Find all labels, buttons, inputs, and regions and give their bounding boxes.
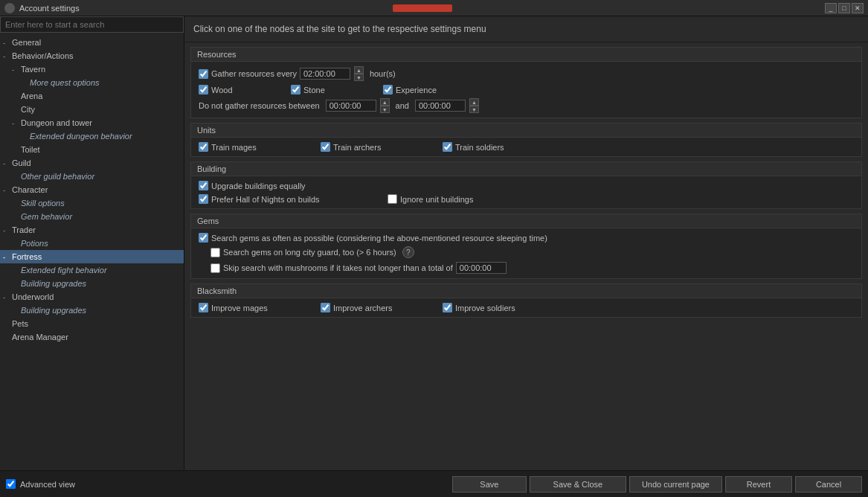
blacksmith-section: Blacksmith Improve mages Improve archers… [190,283,862,318]
spin-up-to[interactable]: ▲ [469,98,479,106]
train-mages-label: Train mages [211,143,257,152]
long-guard-checkbox[interactable] [210,248,220,257]
sidebar-item-building-upgrades2[interactable]: Building upgrades [0,304,184,317]
sidebar-item-fortress[interactable]: -Fortress [0,250,184,263]
stone-checkbox[interactable] [291,85,300,94]
search-often-checkbox[interactable] [199,233,208,243]
gather-checkbox-wrap: Gather resources every [199,69,297,79]
sidebar-item-gem-behavior[interactable]: Gem behavior [0,210,184,223]
gather-time-input[interactable] [300,68,350,80]
prefer-hall-checkbox[interactable] [199,194,208,204]
prefer-hall-label: Prefer Hall of Nights on builds [211,195,320,204]
sidebar-label-skill-options: Skill options [21,199,65,208]
app-icon [4,3,15,13]
sidebar-item-city[interactable]: City [0,103,184,116]
advanced-view-checkbox[interactable] [6,479,16,489]
sidebar-item-arena[interactable]: Arena [0,89,184,103]
train-archers-wrap: Train archers [321,142,440,152]
sidebar-label-tavern: Tavern [21,65,45,74]
blacksmith-title: Blacksmith [191,284,861,298]
spin-down-from[interactable]: ▼ [380,106,390,113]
help-button[interactable]: ? [402,246,414,258]
train-soldiers-checkbox[interactable] [443,142,452,152]
expand-icon-dungeon-tower: - [12,119,19,127]
sidebar-item-more-quest[interactable]: More quest options [0,76,184,89]
gather-checkbox[interactable] [199,69,208,79]
ignore-unit-wrap: Ignore unit buildings [388,194,477,204]
expand-icon-underworld: - [3,293,10,301]
spin-down-to[interactable]: ▼ [469,106,479,113]
no-gather-from-input[interactable] [326,100,376,112]
skip-mushroom-checkbox[interactable] [210,263,220,273]
wood-checkbox[interactable] [199,85,208,94]
long-guard-label: Search gems on long city guard, too (> 6… [223,248,396,257]
no-gather-label: Do not gather resources between [199,101,320,110]
gems-section: Gems Search gems as often as possible (c… [190,214,862,279]
gather-label: Gather resources every [211,69,297,78]
sidebar-item-extended-fight[interactable]: Extended fight behavior [0,263,184,277]
improve-soldiers-wrap: Improve soldiers [443,303,562,312]
skip-mushroom-wrap: Skip search with mushrooms if it takes n… [210,263,453,273]
improve-archers-checkbox[interactable] [321,303,330,312]
cancel-button[interactable]: Cancel [795,476,862,493]
long-guard-wrap: Search gems on long city guard, too (> 6… [210,248,396,257]
no-gather-row: Do not gather resources between ▲ ▼ and … [199,98,854,113]
expand-icon-tavern: - [12,65,19,74]
save-close-button[interactable]: Save & Close [530,476,626,493]
sidebar-item-underworld[interactable]: -Underworld [0,290,184,304]
train-mages-checkbox[interactable] [199,142,208,152]
no-gather-from-spinner[interactable]: ▲ ▼ [380,98,390,113]
save-button[interactable]: Save [452,476,527,493]
sidebar-item-guild[interactable]: -Guild [0,156,184,170]
sidebar-item-other-guild[interactable]: Other guild behavior [0,170,184,183]
minimize-button[interactable]: _ [825,3,837,13]
sidebar-item-arena-manager[interactable]: Arena Manager [0,330,184,344]
gather-time-spinner[interactable]: ▲ ▼ [354,66,364,81]
building-title: Building [191,162,861,176]
train-archers-checkbox[interactable] [321,142,330,152]
skip-time-input[interactable] [456,262,507,274]
sidebar-label-trader: Trader [12,225,36,234]
search-input[interactable] [0,16,184,33]
train-mages-wrap: Train mages [199,142,318,152]
titlebar: Account settings _ □ ✕ [0,0,868,16]
maximize-button[interactable]: □ [838,3,850,13]
improve-soldiers-checkbox[interactable] [443,303,452,312]
sidebar-item-building-upgrades1[interactable]: Building upgrades [0,277,184,290]
sidebar-item-toilet[interactable]: Toilet [0,143,184,156]
revert-button[interactable]: Revert [725,476,792,493]
sidebar-item-skill-options[interactable]: Skill options [0,196,184,210]
sidebar-label-general: General [12,38,41,47]
sidebar-item-pets[interactable]: Pets [0,317,184,330]
long-guard-row: Search gems on long city guard, too (> 6… [199,246,854,258]
improve-mages-checkbox[interactable] [199,303,208,312]
upgrade-equally-row: Upgrade buildings equally [199,181,854,190]
no-gather-to-input[interactable] [415,100,466,112]
experience-checkbox[interactable] [383,85,393,94]
upgrade-equally-wrap: Upgrade buildings equally [199,181,306,190]
sidebar-item-general[interactable]: -General [0,36,184,49]
sidebar-item-tavern[interactable]: -Tavern [0,62,184,76]
sidebar-item-behavior-actions[interactable]: -Behavior/Actions [0,49,184,62]
blacksmith-body: Improve mages Improve archers Improve so… [191,298,861,317]
upgrade-equally-checkbox[interactable] [199,181,208,190]
blacksmith-row: Improve mages Improve archers Improve so… [199,303,854,312]
no-gather-to-spinner[interactable]: ▲ ▼ [469,98,479,113]
sidebar-item-extended-dungeon[interactable]: Extended dungeon behavior [0,129,184,143]
close-button[interactable]: ✕ [852,3,864,13]
spin-down[interactable]: ▼ [354,74,364,81]
expand-icon-guild: - [3,159,10,167]
units-body: Train mages Train archers Train soldiers [191,138,861,156]
sidebar-item-trader[interactable]: -Trader [0,223,184,237]
spin-up-from[interactable]: ▲ [380,98,390,106]
experience-label: Experience [396,86,437,94]
sidebar-item-dungeon-tower[interactable]: -Dungeon and tower [0,116,184,129]
sidebar-item-potions[interactable]: Potions [0,237,184,250]
undo-button[interactable]: Undo current page [629,476,722,493]
spin-up[interactable]: ▲ [354,66,364,74]
ignore-unit-checkbox[interactable] [388,194,397,204]
sidebar-label-extended-dungeon: Extended dungeon behavior [30,132,132,141]
sidebar-label-building-upgrades2: Building upgrades [21,306,86,315]
sidebar-item-character[interactable]: -Character [0,183,184,196]
sidebar-label-guild: Guild [12,158,31,167]
